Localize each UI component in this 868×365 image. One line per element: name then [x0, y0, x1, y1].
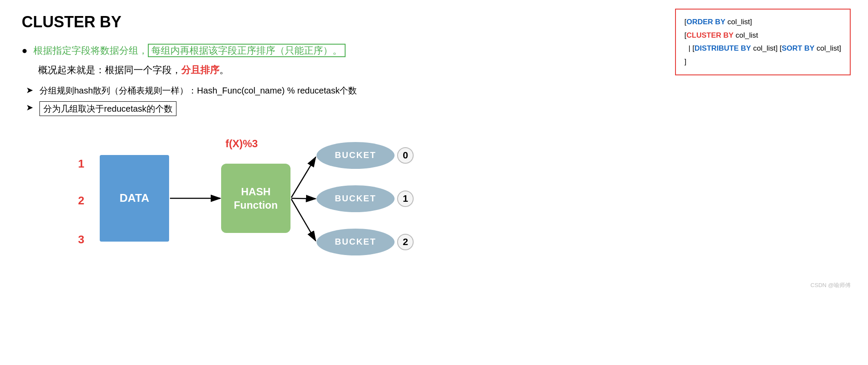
bucket-0-ellipse: BUCKET: [317, 142, 395, 169]
watermark: CSDN @喻师傅: [810, 281, 851, 289]
bucket-2-ellipse: BUCKET: [317, 229, 395, 255]
fx-label: f(X)%3: [225, 138, 258, 150]
arrow2-boxed: 分为几组取决于reducetask的个数: [39, 101, 176, 116]
bucket-2-label: BUCKET: [335, 237, 376, 247]
svg-line-2: [291, 157, 316, 197]
hash-box: HASHFunction: [221, 164, 290, 233]
bucket-2-wrapper: BUCKET 2: [317, 229, 414, 255]
bucket-1-ellipse: BUCKET: [317, 185, 395, 212]
diagram-container: f(X)%3 1 2 3 DATA HASHFunction BUCKET 0 …: [56, 133, 447, 281]
bucket-0-wrapper: BUCKET 0: [317, 142, 414, 169]
code-line-4: ]: [685, 55, 842, 69]
summary-prefix: 概况起来就是：根据同一个字段，: [38, 65, 181, 75]
arrow-item-2: ➤ 分为几组取决于reducetask的个数: [26, 101, 846, 116]
data-label: DATA: [120, 191, 149, 205]
arrow-text-2: 分为几组取决于reducetask的个数: [39, 101, 176, 116]
bullet-text-1: 根据指定字段将数据分组，每组内再根据该字段正序排序（只能正序）。: [33, 44, 346, 58]
arrow-symbol-2: ➤: [26, 102, 33, 113]
bullet-prefix: 根据指定字段将数据分组，: [33, 45, 148, 56]
bullet-boxed: 每组内再根据该字段正序排序（只能正序）。: [148, 44, 346, 57]
num-2: 2: [78, 194, 84, 207]
num-3: 3: [78, 233, 84, 246]
main-content: CLUSTER BY ● 根据指定字段将数据分组，每组内再根据该字段正序排序（只…: [0, 0, 868, 294]
bucket-0-number: 0: [397, 147, 414, 164]
arrow-item-1: ➤ 分组规则hash散列（分桶表规则一样）：Hash_Func(col_name…: [26, 84, 846, 97]
hash-label: HASHFunction: [234, 185, 277, 212]
svg-line-3: [291, 198, 316, 199]
code-line-3: | [DISTRIBUTE BY col_list] [SORT BY col_…: [685, 42, 842, 55]
bucket-0-label: BUCKET: [335, 150, 376, 160]
svg-line-4: [291, 199, 316, 241]
code-line-2: [CLUSTER BY col_list: [685, 29, 842, 42]
data-box: DATA: [100, 155, 169, 242]
bucket-2-number: 2: [397, 234, 414, 250]
bucket-1-number: 1: [397, 191, 414, 207]
code-line-1: [ORDER BY col_list]: [685, 16, 842, 29]
bullet-dot: ●: [22, 45, 27, 56]
code-box: [ORDER BY col_list] [CLUSTER BY col_list…: [675, 9, 851, 75]
num-1: 1: [78, 157, 84, 171]
arrow-text-1: 分组规则hash散列（分桶表规则一样）：Hash_Func(col_name) …: [39, 84, 357, 97]
summary-highlight: 分且排序: [181, 65, 219, 75]
bucket-1-wrapper: BUCKET 1: [317, 185, 414, 212]
summary-suffix: 。: [219, 65, 229, 75]
bucket-1-label: BUCKET: [335, 194, 376, 203]
arrow-symbol-1: ➤: [26, 85, 33, 95]
